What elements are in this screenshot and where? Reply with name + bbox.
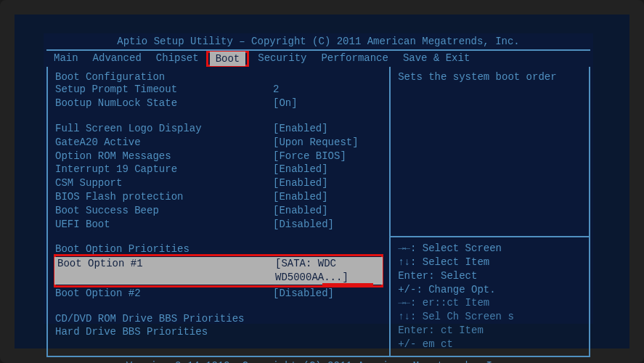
- setting-label: Bootup NumLock State: [55, 97, 273, 110]
- help-pane: Sets the system boot order →←: Select Sc…: [391, 67, 589, 356]
- setting-value: [Enabled]: [273, 190, 382, 204]
- setting-csm-support[interactable]: CSM Support [Enabled]: [55, 176, 382, 190]
- setting-value: [Force BIOS]: [273, 150, 382, 163]
- tab-bar: Main Advanced Chipset Boot Security Perf…: [44, 51, 593, 67]
- tab-advanced[interactable]: Advanced: [87, 51, 147, 67]
- key-garbled-1: →←: er::ct Item: [398, 296, 582, 310]
- key-garbled-3: Enter: ct Item: [398, 324, 582, 338]
- boot-priorities-heading: Boot Option Priorities: [55, 243, 382, 255]
- setting-gatea20[interactable]: GateA20 Active [Upon Request]: [55, 136, 382, 150]
- setting-label: GateA20 Active: [55, 136, 273, 150]
- key-change-opt: +/-: Change Opt.: [398, 283, 582, 297]
- setting-value: [SATA: WDC WD5000AA...]: [275, 257, 380, 285]
- setting-uefi-boot[interactable]: UEFI Boot [Disabled]: [55, 218, 382, 232]
- tab-chipset[interactable]: Chipset: [150, 51, 205, 67]
- boot-config-heading: Boot Configuration: [55, 71, 382, 83]
- key-legend: →←: Select Screen ↑↓: Select Item Enter:…: [391, 237, 589, 356]
- setting-bootup-numlock[interactable]: Bootup NumLock State [On]: [55, 97, 382, 110]
- key-garbled-2: ↑↓: Sel Ch Screen s: [398, 310, 582, 324]
- setting-value: [On]: [273, 97, 382, 110]
- setting-boot-success-beep[interactable]: Boot Success Beep [Enabled]: [55, 204, 382, 218]
- tab-save-exit[interactable]: Save & Exit: [397, 51, 476, 67]
- key-enter-select: Enter: Select: [398, 269, 582, 283]
- setting-full-screen-logo[interactable]: Full Screen Logo Display [Enabled]: [55, 122, 382, 136]
- setting-interrupt19[interactable]: Interrupt 19 Capture [Enabled]: [55, 163, 382, 176]
- tab-performance[interactable]: Performance: [315, 51, 394, 67]
- red-underline-annotation: [322, 283, 373, 285]
- setting-boot-option-2[interactable]: Boot Option #2 [Disabled]: [55, 287, 382, 301]
- key-select-item: ↑↓: Select Item: [398, 256, 582, 269]
- bios-title: Aptio Setup Utility – Copyright (C) 2011…: [44, 33, 593, 49]
- submenu-cddvd-bbs[interactable]: CD/DVD ROM Drive BBS Priorities: [55, 312, 382, 326]
- tab-security[interactable]: Security: [252, 51, 312, 67]
- tab-main[interactable]: Main: [48, 51, 84, 67]
- setting-value: [Enabled]: [273, 163, 382, 176]
- setting-label: Boot Success Beep: [55, 204, 273, 218]
- settings-pane: Boot Configuration Setup Prompt Timeout …: [48, 67, 391, 356]
- bios-footer: Version 2.14.1219. Copyright (C) 2011 Am…: [44, 357, 593, 363]
- setting-boot-option-1[interactable]: Boot Option #1 [SATA: WDC WD5000AA...]: [54, 257, 383, 285]
- setting-value: [Enabled]: [273, 122, 382, 136]
- setting-label: Interrupt 19 Capture: [55, 163, 273, 176]
- setting-bios-flash-protection[interactable]: BIOS Flash protection [Enabled]: [55, 190, 382, 204]
- setting-label: BIOS Flash protection: [55, 190, 273, 204]
- setting-value: [Enabled]: [273, 204, 382, 218]
- setting-setup-prompt-timeout[interactable]: Setup Prompt Timeout 2: [55, 83, 382, 97]
- setting-label: CSM Support: [55, 176, 273, 190]
- boot-option-1-highlight: Boot Option #1 [SATA: WDC WD5000AA...]: [54, 254, 383, 287]
- setting-label: UEFI Boot: [55, 218, 273, 232]
- submenu-label: Hard Drive BBS Priorities: [55, 325, 273, 339]
- submenu-hdd-bbs[interactable]: Hard Drive BBS Priorities: [55, 325, 382, 339]
- setting-value: 2: [273, 83, 382, 97]
- key-select-screen: →←: Select Screen: [398, 242, 582, 256]
- key-garbled-4: +/- em ct: [398, 338, 582, 351]
- setting-value: [Enabled]: [273, 176, 382, 190]
- tab-boot[interactable]: Boot: [210, 52, 246, 66]
- setting-label: Full Screen Logo Display: [55, 122, 273, 136]
- help-text: Sets the system boot order: [391, 67, 589, 237]
- setting-option-rom[interactable]: Option ROM Messages [Force BIOS]: [55, 150, 382, 163]
- setting-label: Option ROM Messages: [55, 150, 273, 163]
- tab-boot-highlight: Boot: [206, 51, 250, 67]
- setting-value: [Disabled]: [273, 287, 382, 301]
- setting-label: Setup Prompt Timeout: [55, 83, 273, 97]
- setting-value: [Disabled]: [273, 218, 382, 232]
- setting-label: Boot Option #1: [57, 257, 275, 285]
- submenu-label: CD/DVD ROM Drive BBS Priorities: [55, 312, 273, 326]
- main-area: Boot Configuration Setup Prompt Timeout …: [46, 67, 590, 357]
- setting-label: Boot Option #2: [55, 287, 273, 301]
- setting-value: [Upon Request]: [273, 136, 382, 150]
